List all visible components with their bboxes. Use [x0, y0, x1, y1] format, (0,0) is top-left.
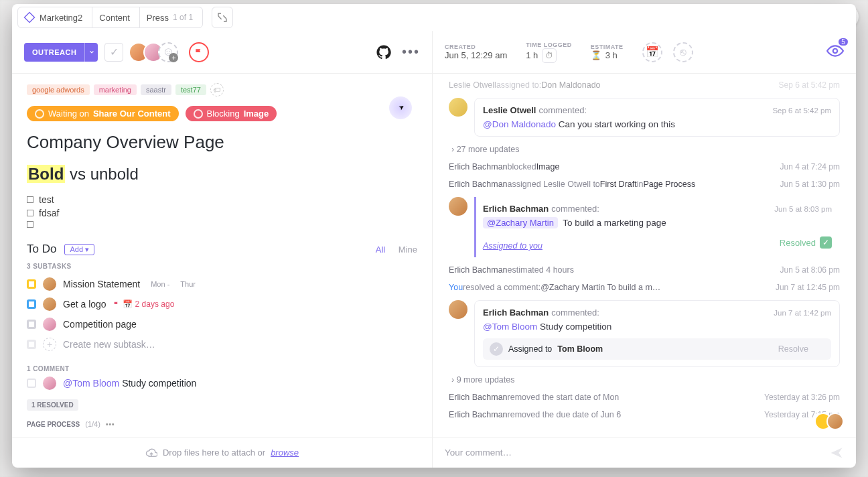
link-button[interactable]: ⎋ — [673, 42, 693, 62]
breadcrumb-space[interactable]: Marketing2 — [17, 7, 92, 28]
breadcrumb-list[interactable]: Press 1 of 1 — [139, 7, 203, 28]
assignee-avatar[interactable] — [43, 277, 56, 291]
priority-flag[interactable] — [189, 42, 209, 62]
commenter-name: Leslie Otwell — [483, 105, 536, 115]
circle-icon — [194, 109, 203, 119]
expand-button[interactable] — [212, 7, 233, 28]
checkbox-icon[interactable] — [27, 221, 33, 228]
dependency-pills: Waiting on Share Our Content Blocking Im… — [27, 106, 417, 121]
left-header: OUTREACH ✓ ☺ ••• — [12, 31, 432, 74]
new-subtask-placeholder: Create new subtask… — [63, 339, 155, 350]
add-assignee-button[interactable]: ☺ — [158, 42, 178, 62]
avatar — [449, 197, 467, 216]
filter-mine[interactable]: Mine — [399, 245, 417, 255]
resolved-check-icon[interactable]: ✓ — [820, 236, 832, 249]
process-menu[interactable]: ••• — [106, 421, 115, 428]
breadcrumb-count: 1 of 1 — [173, 13, 193, 22]
todo-heading: To Do — [27, 243, 56, 256]
assigned-to-you[interactable]: Assigned to you — [483, 241, 542, 251]
breadcrumb-list-label: Press — [147, 13, 169, 23]
tag[interactable]: saastr — [141, 84, 171, 95]
page-process[interactable]: PAGE PROCESS (1/4) ••• — [27, 420, 417, 428]
circle-icon — [35, 109, 44, 119]
subtask-row[interactable]: Competition page — [27, 314, 417, 334]
tag[interactable]: test77 — [175, 84, 206, 95]
tag[interactable]: google adwords — [27, 84, 90, 95]
status-square[interactable] — [27, 320, 36, 329]
assignee-avatar[interactable] — [43, 297, 56, 311]
dropzone-text: Drop files here to attach or — [163, 448, 265, 458]
activity-line: Erlich Bachman assigned Leslie Otwell to… — [439, 176, 849, 193]
mention[interactable]: @Tom Bloom — [63, 378, 119, 389]
time-logged-value: 1 h — [526, 50, 538, 60]
description[interactable]: Bold vs unbold test fdsaf — [27, 165, 417, 229]
created-value: Jun 5, 12:29 am — [445, 50, 507, 60]
filter-all[interactable]: All — [376, 245, 385, 255]
checkbox-icon[interactable] — [27, 210, 33, 216]
timer-icon[interactable]: ⏱ — [542, 48, 557, 63]
avatar — [449, 300, 467, 319]
new-subtask-row[interactable]: + Create new subtask… — [27, 334, 417, 354]
dropzone[interactable]: Drop files here to attach or browse — [12, 437, 432, 468]
send-icon[interactable] — [829, 446, 844, 460]
status-square[interactable] — [27, 299, 36, 309]
activity-line: Leslie Otwell assigned to: Don Maldonado… — [439, 76, 849, 94]
tags: google adwords marketing saastr test77 🏷 — [27, 83, 417, 96]
subtask-row[interactable]: Get a logo 📅 2 days ago — [27, 294, 417, 314]
more-updates[interactable]: 27 more updates — [439, 141, 849, 158]
date-picker[interactable]: 📅 — [642, 42, 662, 62]
status-dropdown[interactable] — [84, 43, 98, 62]
time-logged-label: TIME LOGGED — [526, 42, 572, 48]
waiting-pill[interactable]: Waiting on Share Our Content — [27, 106, 179, 121]
subtask-name: Get a logo — [63, 299, 106, 310]
mention[interactable]: @Tom Bloom — [483, 322, 537, 332]
check-item[interactable]: fdsaf — [39, 208, 59, 218]
process-label: PAGE PROCESS — [27, 421, 80, 428]
resolved-label: Resolved — [780, 238, 816, 248]
todo-header: To Do Add ▾ All Mine — [27, 243, 417, 256]
resolve-label[interactable]: Resolve — [778, 344, 808, 354]
breadcrumbs: Marketing2 Content Press 1 of 1 — [12, 4, 856, 31]
assignees: ☺ — [134, 42, 178, 62]
overdue-badge: 📅 2 days ago — [113, 299, 175, 309]
more-updates[interactable]: 9 more updates — [439, 371, 849, 389]
resolved-pill[interactable]: 1 RESOLVED — [27, 399, 78, 411]
mention[interactable]: @Zachary Martin — [483, 217, 558, 228]
status-square[interactable] — [27, 279, 36, 289]
blocking-pill[interactable]: Blocking Image — [186, 106, 277, 121]
complete-button[interactable]: ✓ — [104, 43, 123, 62]
assigned-chip: ✓ Assigned to Tom Bloom Resolve — [483, 338, 831, 360]
assignee-name: Tom Bloom — [557, 344, 603, 354]
add-assignee-icon[interactable]: + — [43, 338, 56, 351]
comment-input[interactable]: Your comment… — [433, 437, 856, 468]
assignee-avatar[interactable] — [43, 318, 56, 331]
watcher-count: 5 — [839, 38, 848, 46]
add-tag-button[interactable]: 🏷 — [210, 83, 224, 96]
check-item[interactable]: test — [39, 194, 54, 205]
svg-point-1 — [833, 48, 838, 53]
status-button[interactable]: OUTREACH — [24, 43, 84, 62]
checkbox-icon[interactable] — [27, 196, 33, 203]
watchers[interactable]: 5 — [826, 42, 844, 62]
more-menu[interactable]: ••• — [402, 44, 420, 60]
task-title[interactable]: Company Overview Page — [27, 132, 417, 153]
avatar — [43, 377, 56, 390]
status-square — [27, 340, 36, 349]
comments-count: 1 COMMENT — [27, 365, 417, 372]
subtask-name: Competition page — [63, 319, 137, 330]
bold-text: Bold — [27, 165, 65, 183]
created-label: CREATED — [445, 44, 507, 50]
breadcrumb-folder[interactable]: Content — [92, 7, 140, 28]
resolve-checkbox[interactable] — [814, 344, 824, 354]
browse-link[interactable]: browse — [271, 448, 299, 458]
tag[interactable]: marketing — [94, 84, 137, 95]
add-subtask-button[interactable]: Add ▾ — [64, 244, 94, 255]
comment-block: Erlich Bachmancommented:Jun 5 at 8:03 pm… — [439, 193, 849, 261]
github-icon[interactable] — [376, 45, 391, 60]
checkbox-icon[interactable] — [27, 379, 36, 388]
subtask-row[interactable]: Mission Statement Mon - Thur — [27, 274, 417, 294]
inline-comment[interactable]: @Tom Bloom Study competition — [27, 377, 417, 390]
presence-avatar[interactable] — [826, 413, 844, 430]
activity-line: Erlich Bachman estimated 4 hoursJun 5 at… — [439, 261, 849, 279]
mention[interactable]: @Don Maldonado — [483, 119, 556, 129]
